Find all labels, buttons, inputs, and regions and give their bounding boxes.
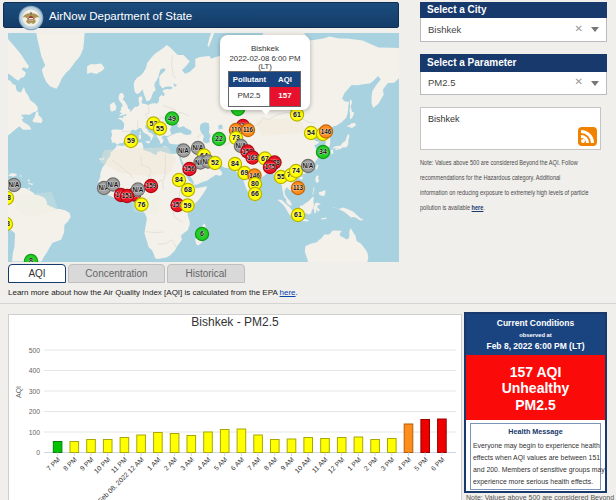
svg-text:100: 100 bbox=[29, 429, 41, 436]
svg-text:151: 151 bbox=[122, 192, 133, 199]
svg-text:0: 0 bbox=[36, 449, 40, 456]
svg-text:AQI: AQI bbox=[15, 386, 23, 398]
svg-text:500: 500 bbox=[29, 347, 41, 354]
svg-text:80: 80 bbox=[251, 180, 259, 187]
svg-text:58: 58 bbox=[8, 220, 10, 227]
svg-text:66: 66 bbox=[251, 190, 259, 197]
svg-text:59: 59 bbox=[127, 137, 135, 144]
svg-text:84: 84 bbox=[175, 176, 183, 183]
svg-text:68: 68 bbox=[184, 186, 192, 193]
svg-text:61: 61 bbox=[294, 211, 302, 218]
svg-text:76: 76 bbox=[138, 201, 146, 208]
svg-text:200: 200 bbox=[29, 408, 41, 415]
svg-text:59: 59 bbox=[184, 202, 192, 209]
svg-text:54: 54 bbox=[307, 129, 315, 136]
svg-text:156: 156 bbox=[184, 165, 195, 172]
svg-text:55: 55 bbox=[277, 173, 285, 180]
svg-text:61: 61 bbox=[293, 111, 301, 118]
svg-text:Bishkek - PM2.5: Bishkek - PM2.5 bbox=[191, 315, 279, 329]
svg-text:68: 68 bbox=[8, 194, 11, 201]
svg-text:146: 146 bbox=[321, 128, 332, 135]
svg-text:49: 49 bbox=[168, 115, 176, 122]
svg-text:8: 8 bbox=[29, 257, 33, 262]
svg-text:N/A: N/A bbox=[178, 147, 189, 154]
svg-text:163: 163 bbox=[247, 154, 258, 161]
svg-text:116: 116 bbox=[243, 126, 254, 133]
svg-text:N/A: N/A bbox=[108, 181, 119, 188]
svg-text:N/A: N/A bbox=[133, 186, 144, 193]
svg-text:175: 175 bbox=[265, 163, 276, 170]
svg-text:113: 113 bbox=[293, 184, 304, 191]
svg-text:300: 300 bbox=[29, 388, 41, 395]
svg-text:55: 55 bbox=[156, 125, 164, 132]
svg-text:74: 74 bbox=[292, 167, 300, 174]
svg-text:84: 84 bbox=[231, 160, 239, 167]
svg-text:52: 52 bbox=[211, 159, 219, 166]
svg-text:159: 159 bbox=[146, 182, 157, 189]
svg-text:N/A: N/A bbox=[9, 181, 20, 188]
svg-text:34: 34 bbox=[319, 148, 327, 155]
svg-text:22: 22 bbox=[215, 135, 223, 142]
svg-text:N/A: N/A bbox=[303, 162, 314, 169]
svg-text:400: 400 bbox=[29, 367, 41, 374]
svg-text:6: 6 bbox=[200, 230, 204, 237]
